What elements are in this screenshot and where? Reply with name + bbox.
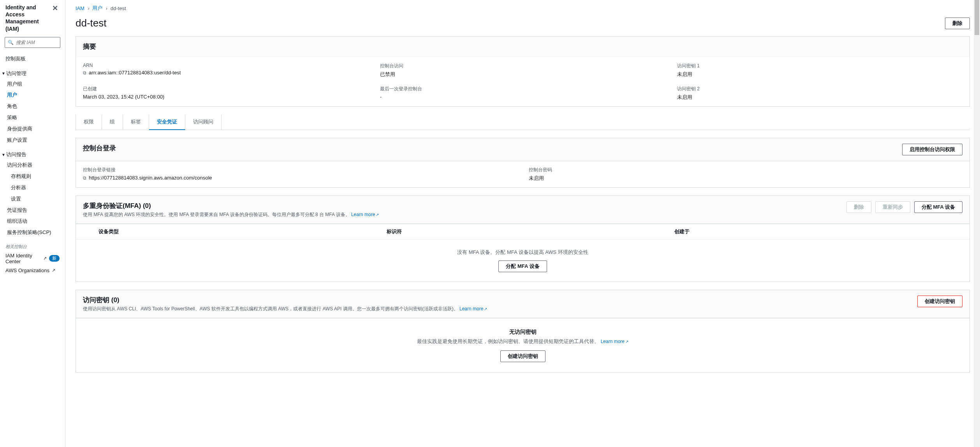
access-keys-empty-text: 最佳实践是避免使用长期凭证，例如访问密钥。请使用提供短期凭证的工具代替。 Lea… [83, 338, 962, 345]
nav-idp[interactable]: 身份提供商 [0, 123, 65, 135]
nav-policies[interactable]: 策略 [0, 112, 65, 123]
tab-security-credentials[interactable]: 安全凭证 [149, 114, 185, 130]
access-keys-subtitle: 使用访问密钥从 AWS CLI、AWS Tools for PowerShell… [83, 305, 913, 312]
col-device-type: 设备类型 [99, 228, 387, 235]
last-login-label: 最后一次登录控制台 [380, 86, 665, 92]
breadcrumb-current: dd-test [111, 5, 126, 11]
main-content: IAM › 用户 › dd-test dd-test 删除 摘要 ARN [65, 0, 980, 447]
console-login-title: 控制台登录 [83, 144, 897, 153]
access-keys-empty-learn-more-link[interactable]: Learn more↗ [601, 339, 628, 344]
nav-cred-report[interactable]: 凭证报告 [0, 205, 65, 216]
nav-analyzer[interactable]: 分析器 [0, 182, 65, 194]
breadcrumb: IAM › 用户 › dd-test [76, 5, 970, 12]
access-key-2-label: 访问密钥 2 [677, 86, 962, 92]
search-icon: 🔍 [8, 40, 14, 45]
caret-down-icon: ▼ [2, 71, 5, 76]
access-key-2-value: 未启用 [677, 94, 962, 101]
page-title: dd-test [76, 17, 945, 29]
create-access-key-empty-button[interactable]: 创建访问密钥 [500, 350, 545, 362]
copy-icon[interactable]: ⧉ [83, 175, 86, 181]
nav-dashboard[interactable]: 控制面板 [0, 53, 65, 65]
access-keys-title: 访问密钥 (0) [83, 296, 913, 304]
mfa-assign-empty-button[interactable]: 分配 MFA 设备 [498, 260, 547, 272]
external-link-icon: ↗ [376, 213, 379, 217]
console-password-label: 控制台密码 [529, 167, 963, 173]
copy-icon[interactable]: ⧉ [83, 70, 86, 76]
mfa-learn-more-link[interactable]: Learn more↗ [351, 212, 379, 217]
create-access-key-button[interactable]: 创建访问密钥 [917, 296, 962, 307]
sidebar: Identity and Access Management (IAM) ✕ 🔍… [0, 0, 65, 447]
access-keys-panel: 访问密钥 (0) 使用访问密钥从 AWS CLI、AWS Tools for P… [76, 290, 970, 373]
mfa-title: 多重身份验证(MFA) (0) [83, 201, 842, 210]
access-keys-empty-title: 无访问密钥 [83, 329, 962, 336]
col-identifier: 标识符 [387, 228, 675, 235]
sidebar-search: 🔍 [5, 37, 60, 48]
chevron-right-icon: › [106, 5, 107, 11]
nav-org-activity[interactable]: 组织活动 [0, 216, 65, 227]
new-badge: 新 [49, 255, 60, 262]
access-key-1-label: 访问密钥 1 [677, 63, 962, 69]
enable-console-access-button[interactable]: 启用控制台访问权限 [902, 144, 962, 155]
nav-roles[interactable]: 角色 [0, 101, 65, 112]
nav-group-reports[interactable]: ▼访问报告 [0, 150, 65, 160]
console-login-panel: 控制台登录 启用控制台访问权限 控制台登录链接 ⧉ https://077128… [76, 138, 970, 188]
created-value: March 03, 2023, 15:42 (UTC+08:00) [83, 94, 368, 100]
tab-groups[interactable]: 组 [102, 114, 123, 130]
external-link-icon: ↗ [484, 307, 487, 311]
console-link-label: 控制台登录链接 [83, 167, 517, 173]
close-icon[interactable]: ✕ [51, 4, 60, 12]
nav-users[interactable]: 用户 [0, 90, 65, 101]
console-access-value: 已禁用 [380, 71, 665, 78]
arn-value: arn:aws:iam::077128814083:user/dd-test [89, 70, 181, 76]
mfa-panel: 多重身份验证(MFA) (0) 使用 MFA 提高您的 AWS 环境的安全性。使… [76, 195, 970, 282]
sidebar-title: Identity and Access Management (IAM) [5, 4, 51, 32]
nav-settings[interactable]: 设置 [0, 194, 65, 205]
summary-title: 摘要 [83, 42, 962, 51]
nav-access-analyzer[interactable]: 访问分析器 [0, 160, 65, 171]
external-link-icon: ↗ [52, 268, 55, 273]
breadcrumb-iam[interactable]: IAM [76, 5, 84, 11]
tab-access-advisor[interactable]: 访问顾问 [185, 114, 222, 130]
external-link-icon: ↗ [625, 340, 628, 344]
mfa-subtitle: 使用 MFA 提高您的 AWS 环境的安全性。使用 MFA 登录需要来自 MFA… [83, 211, 842, 218]
delete-user-button[interactable]: 删除 [945, 18, 970, 29]
external-link-icon: ↗ [43, 256, 47, 261]
tabs: 权限 组 标签 安全凭证 访问顾问 [76, 114, 970, 130]
created-label: 已创建 [83, 86, 368, 92]
mfa-assign-button[interactable]: 分配 MFA 设备 [914, 201, 962, 213]
link-iam-identity-center[interactable]: IAM Identity Center ↗ 新 [0, 251, 65, 266]
console-link-value: https://077128814083.signin.aws.amazon.c… [89, 175, 212, 181]
access-keys-learn-more-link[interactable]: Learn more↗ [459, 306, 487, 311]
scrollbar-thumb[interactable] [975, 0, 979, 35]
nav-archive-rules[interactable]: 存档规则 [0, 171, 65, 182]
link-aws-organizations[interactable]: AWS Organizations ↗ [0, 266, 65, 275]
mfa-empty-text: 没有 MFA 设备。分配 MFA 设备以提高 AWS 环境的安全性 [83, 249, 962, 256]
last-login-value: - [380, 94, 665, 100]
console-password-value: 未启用 [529, 175, 963, 182]
breadcrumb-users[interactable]: 用户 [92, 5, 102, 12]
summary-panel: 摘要 ARN ⧉ arn:aws:iam::077128814083:user/… [76, 36, 970, 107]
scrollbar[interactable] [974, 0, 980, 447]
nav-scp[interactable]: 服务控制策略(SCP) [0, 227, 65, 238]
col-created: 创建于 [674, 228, 962, 235]
related-consoles-label: 相关控制台 [0, 242, 65, 251]
nav-usergroups[interactable]: 用户组 [0, 79, 65, 90]
mfa-delete-button: 删除 [846, 201, 871, 213]
tab-permissions[interactable]: 权限 [76, 114, 102, 130]
mfa-resync-button: 重新同步 [875, 201, 910, 213]
access-key-1-value: 未启用 [677, 71, 962, 78]
nav-group-access[interactable]: ▼访问管理 [0, 69, 65, 79]
mfa-table-header: 设备类型 标识符 创建于 [76, 224, 969, 239]
console-access-label: 控制台访问 [380, 63, 665, 69]
arn-label: ARN [83, 63, 368, 68]
tab-tags[interactable]: 标签 [123, 114, 149, 130]
chevron-right-icon: › [88, 5, 89, 11]
nav-account-settings[interactable]: 账户设置 [0, 135, 65, 146]
caret-down-icon: ▼ [2, 153, 5, 157]
